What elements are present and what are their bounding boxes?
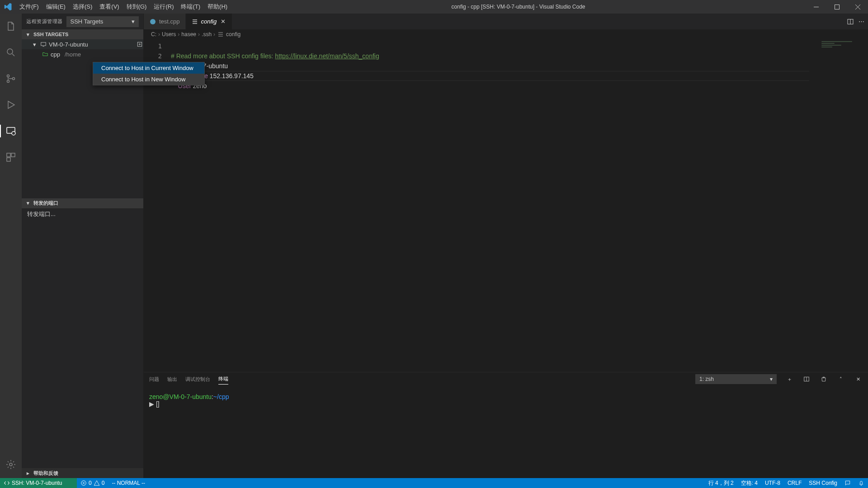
- minimize-button[interactable]: [806, 0, 826, 14]
- status-bar: SSH: VM-0-7-ubuntu 0 0 -- NORMAL -- 行 4，…: [0, 478, 868, 488]
- crumb[interactable]: .ssh: [202, 31, 212, 38]
- svg-point-2: [7, 49, 13, 54]
- ssh-tree: ▾ VM-0-7-ubuntu cpp /home: [22, 39, 143, 59]
- menu-connect-current[interactable]: Connect to Host in Current Window: [93, 62, 204, 74]
- close-panel-icon[interactable]: ✕: [854, 376, 863, 382]
- menu-bar: 文件(F) 编辑(E) 选择(S) 查看(V) 转到(G) 运行(R) 终端(T…: [16, 0, 231, 14]
- menu-connect-new[interactable]: Connect to Host in New Window: [93, 74, 204, 85]
- status-remote[interactable]: SSH: VM-0-7-ubuntu: [0, 478, 77, 488]
- explorer-icon[interactable]: [0, 17, 22, 35]
- svg-point-7: [12, 131, 15, 135]
- editor-area: test.cpp config ✕ ⋯ C:› Users› hasee› .s…: [144, 14, 868, 478]
- status-encoding[interactable]: UTF-8: [761, 478, 784, 488]
- window-controls: [806, 0, 868, 14]
- split-editor-icon[interactable]: [847, 18, 854, 25]
- menu-run[interactable]: 运行(R): [150, 0, 177, 14]
- settings-file-icon: [191, 18, 198, 25]
- svg-rect-1: [835, 5, 839, 9]
- status-cursor[interactable]: 行 4，列 2: [705, 478, 737, 488]
- svg-rect-10: [7, 158, 10, 161]
- close-icon[interactable]: ✕: [219, 18, 226, 25]
- svg-rect-8: [7, 153, 10, 157]
- menu-terminal[interactable]: 终端(T): [177, 0, 204, 14]
- forward-port-action[interactable]: 转发端口...: [27, 210, 138, 218]
- run-debug-icon[interactable]: [0, 96, 22, 114]
- terminal-select[interactable]: 1: zsh ▾: [695, 374, 777, 384]
- crumb[interactable]: C:: [151, 31, 156, 38]
- breadcrumb[interactable]: C:› Users› hasee› .ssh› config: [144, 29, 868, 39]
- panel-tab-output[interactable]: 输出: [167, 374, 177, 385]
- sidebar-title: 远程资源管理器: [26, 18, 63, 25]
- status-eol[interactable]: CRLF: [784, 478, 805, 488]
- ssh-host-row[interactable]: ▾ VM-0-7-ubuntu: [22, 39, 143, 49]
- maximize-panel-icon[interactable]: ˄: [836, 376, 845, 382]
- svg-rect-0: [814, 7, 819, 7]
- new-window-icon[interactable]: [136, 41, 143, 48]
- source-control-icon[interactable]: [0, 70, 22, 88]
- svg-point-14: [150, 19, 156, 24]
- tab-label: config: [201, 18, 217, 25]
- crumb[interactable]: config: [226, 31, 241, 38]
- current-line-highlight: [171, 71, 809, 81]
- host-name: VM-0-7-ubuntu: [49, 41, 88, 48]
- menu-edit[interactable]: 编辑(E): [42, 0, 69, 14]
- crumb[interactable]: Users: [162, 31, 176, 38]
- menu-go[interactable]: 转到(G): [123, 0, 151, 14]
- split-terminal-icon[interactable]: [802, 376, 811, 382]
- panel-tab-terminal[interactable]: 终端: [218, 374, 228, 385]
- chevron-down-icon: ▾: [24, 200, 32, 207]
- panel-tab-debug[interactable]: 调试控制台: [185, 374, 210, 385]
- terminal-body[interactable]: zeno@VM-0-7-ubuntu:~/cpp ▶ []: [144, 386, 868, 478]
- status-bell-icon[interactable]: [854, 478, 868, 488]
- svg-rect-9: [11, 153, 15, 157]
- section-label: SSH TARGETS: [33, 32, 68, 37]
- new-terminal-icon[interactable]: ＋: [785, 376, 794, 383]
- close-button[interactable]: [847, 0, 868, 14]
- svg-point-3: [7, 75, 9, 77]
- vscode-logo-icon: [0, 3, 16, 11]
- maximize-button[interactable]: [826, 0, 847, 14]
- svg-rect-12: [41, 42, 46, 46]
- chevron-down-icon: ▾: [770, 376, 773, 382]
- chevron-down-icon: ▾: [31, 41, 38, 48]
- chevron-down-icon: ▾: [24, 31, 32, 38]
- remote-type-dropdown[interactable]: SSH Targets ▾: [66, 16, 139, 27]
- code-editor[interactable]: # Read more about SSH config files: http…: [171, 39, 818, 372]
- tab-config[interactable]: config ✕: [186, 14, 233, 29]
- monitor-icon: [40, 41, 47, 48]
- settings-file-icon: [217, 31, 224, 38]
- title-bar: 文件(F) 编辑(E) 选择(S) 查看(V) 转到(G) 运行(R) 终端(T…: [0, 0, 868, 14]
- tab-test-cpp[interactable]: test.cpp: [144, 14, 186, 29]
- remote-explorer-icon[interactable]: [0, 122, 22, 140]
- help-feedback-section[interactable]: ▸ 帮助和反馈: [22, 468, 143, 478]
- forwarded-ports-section[interactable]: ▾ 转发的端口: [22, 198, 143, 208]
- dropdown-value: SSH Targets: [71, 18, 104, 25]
- kill-terminal-icon[interactable]: [819, 376, 828, 382]
- extensions-icon[interactable]: [0, 148, 22, 166]
- status-indent[interactable]: 空格: 4: [737, 478, 761, 488]
- line-gutter: 1234: [144, 39, 171, 372]
- status-language[interactable]: SSH Config: [805, 478, 841, 488]
- chevron-down-icon: ▾: [132, 18, 135, 25]
- status-vim-mode: -- NORMAL --: [108, 478, 149, 488]
- menu-file[interactable]: 文件(F): [16, 0, 42, 14]
- folder-remote-icon: [42, 51, 49, 58]
- menu-help[interactable]: 帮助(H): [204, 0, 231, 14]
- status-feedback-icon[interactable]: [841, 478, 854, 488]
- search-icon[interactable]: [0, 43, 22, 61]
- svg-point-4: [7, 80, 9, 83]
- chevron-right-icon: ▸: [24, 469, 32, 477]
- crumb[interactable]: hasee: [181, 31, 196, 38]
- cpp-file-icon: [149, 18, 156, 25]
- svg-point-5: [13, 78, 15, 80]
- status-errors[interactable]: 0 0: [77, 478, 108, 488]
- svg-point-11: [9, 463, 12, 466]
- panel-tab-problems[interactable]: 问题: [149, 374, 159, 385]
- menu-select[interactable]: 选择(S): [69, 0, 96, 14]
- settings-gear-icon[interactable]: [0, 455, 22, 474]
- more-actions-icon[interactable]: ⋯: [859, 18, 864, 25]
- menu-view[interactable]: 查看(V): [96, 0, 123, 14]
- ssh-targets-section[interactable]: ▾ SSH TARGETS: [22, 29, 143, 39]
- ssh-folder-row[interactable]: cpp /home: [22, 49, 143, 59]
- minimap[interactable]: [818, 39, 868, 372]
